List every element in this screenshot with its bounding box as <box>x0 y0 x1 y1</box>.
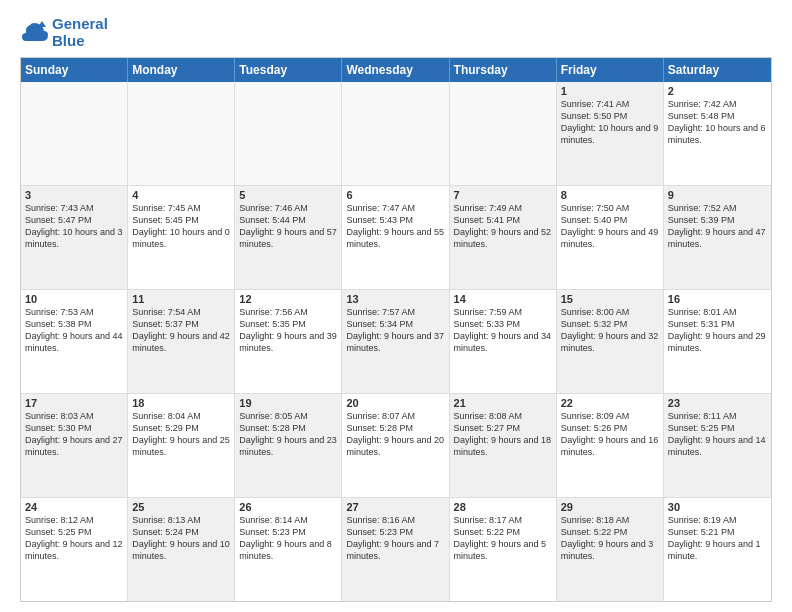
day-info: Sunrise: 8:04 AM Sunset: 5:29 PM Dayligh… <box>132 410 230 459</box>
day-info: Sunrise: 8:01 AM Sunset: 5:31 PM Dayligh… <box>668 306 767 355</box>
day-info: Sunrise: 7:52 AM Sunset: 5:39 PM Dayligh… <box>668 202 767 251</box>
calendar-row-2: 3Sunrise: 7:43 AM Sunset: 5:47 PM Daylig… <box>21 186 771 290</box>
day-info: Sunrise: 7:46 AM Sunset: 5:44 PM Dayligh… <box>239 202 337 251</box>
day-number: 28 <box>454 501 552 513</box>
day-info: Sunrise: 8:09 AM Sunset: 5:26 PM Dayligh… <box>561 410 659 459</box>
day-cell-30: 30Sunrise: 8:19 AM Sunset: 5:21 PM Dayli… <box>664 498 771 601</box>
day-number: 20 <box>346 397 444 409</box>
day-info: Sunrise: 7:54 AM Sunset: 5:37 PM Dayligh… <box>132 306 230 355</box>
day-number: 10 <box>25 293 123 305</box>
header-day-monday: Monday <box>128 58 235 82</box>
day-cell-28: 28Sunrise: 8:17 AM Sunset: 5:22 PM Dayli… <box>450 498 557 601</box>
day-info: Sunrise: 7:50 AM Sunset: 5:40 PM Dayligh… <box>561 202 659 251</box>
day-number: 17 <box>25 397 123 409</box>
logo: General Blue <box>20 16 108 49</box>
day-info: Sunrise: 8:14 AM Sunset: 5:23 PM Dayligh… <box>239 514 337 563</box>
day-number: 2 <box>668 85 767 97</box>
day-info: Sunrise: 8:19 AM Sunset: 5:21 PM Dayligh… <box>668 514 767 563</box>
day-cell-29: 29Sunrise: 8:18 AM Sunset: 5:22 PM Dayli… <box>557 498 664 601</box>
day-cell-16: 16Sunrise: 8:01 AM Sunset: 5:31 PM Dayli… <box>664 290 771 393</box>
calendar-row-3: 10Sunrise: 7:53 AM Sunset: 5:38 PM Dayli… <box>21 290 771 394</box>
day-cell-4: 4Sunrise: 7:45 AM Sunset: 5:45 PM Daylig… <box>128 186 235 289</box>
day-info: Sunrise: 7:45 AM Sunset: 5:45 PM Dayligh… <box>132 202 230 251</box>
day-info: Sunrise: 7:47 AM Sunset: 5:43 PM Dayligh… <box>346 202 444 251</box>
day-info: Sunrise: 7:49 AM Sunset: 5:41 PM Dayligh… <box>454 202 552 251</box>
day-cell-9: 9Sunrise: 7:52 AM Sunset: 5:39 PM Daylig… <box>664 186 771 289</box>
day-info: Sunrise: 8:05 AM Sunset: 5:28 PM Dayligh… <box>239 410 337 459</box>
day-cell-24: 24Sunrise: 8:12 AM Sunset: 5:25 PM Dayli… <box>21 498 128 601</box>
day-info: Sunrise: 7:41 AM Sunset: 5:50 PM Dayligh… <box>561 98 659 147</box>
day-number: 11 <box>132 293 230 305</box>
day-number: 3 <box>25 189 123 201</box>
day-info: Sunrise: 8:17 AM Sunset: 5:22 PM Dayligh… <box>454 514 552 563</box>
day-number: 29 <box>561 501 659 513</box>
day-cell-2: 2Sunrise: 7:42 AM Sunset: 5:48 PM Daylig… <box>664 82 771 185</box>
empty-cell-r0c0 <box>21 82 128 185</box>
header-day-wednesday: Wednesday <box>342 58 449 82</box>
day-cell-7: 7Sunrise: 7:49 AM Sunset: 5:41 PM Daylig… <box>450 186 557 289</box>
page: General Blue SundayMondayTuesdayWednesda… <box>0 0 792 612</box>
calendar-row-5: 24Sunrise: 8:12 AM Sunset: 5:25 PM Dayli… <box>21 498 771 601</box>
header-day-saturday: Saturday <box>664 58 771 82</box>
header-day-friday: Friday <box>557 58 664 82</box>
logo-text: General Blue <box>52 16 108 49</box>
day-number: 19 <box>239 397 337 409</box>
day-info: Sunrise: 8:08 AM Sunset: 5:27 PM Dayligh… <box>454 410 552 459</box>
day-cell-14: 14Sunrise: 7:59 AM Sunset: 5:33 PM Dayli… <box>450 290 557 393</box>
day-info: Sunrise: 7:43 AM Sunset: 5:47 PM Dayligh… <box>25 202 123 251</box>
calendar: SundayMondayTuesdayWednesdayThursdayFrid… <box>20 57 772 602</box>
day-cell-21: 21Sunrise: 8:08 AM Sunset: 5:27 PM Dayli… <box>450 394 557 497</box>
day-cell-15: 15Sunrise: 8:00 AM Sunset: 5:32 PM Dayli… <box>557 290 664 393</box>
day-number: 8 <box>561 189 659 201</box>
day-info: Sunrise: 7:57 AM Sunset: 5:34 PM Dayligh… <box>346 306 444 355</box>
day-cell-1: 1Sunrise: 7:41 AM Sunset: 5:50 PM Daylig… <box>557 82 664 185</box>
day-info: Sunrise: 8:12 AM Sunset: 5:25 PM Dayligh… <box>25 514 123 563</box>
day-number: 27 <box>346 501 444 513</box>
day-number: 22 <box>561 397 659 409</box>
day-cell-17: 17Sunrise: 8:03 AM Sunset: 5:30 PM Dayli… <box>21 394 128 497</box>
calendar-header: SundayMondayTuesdayWednesdayThursdayFrid… <box>21 58 771 82</box>
day-cell-10: 10Sunrise: 7:53 AM Sunset: 5:38 PM Dayli… <box>21 290 128 393</box>
logo-icon <box>20 19 48 47</box>
day-number: 5 <box>239 189 337 201</box>
day-info: Sunrise: 8:07 AM Sunset: 5:28 PM Dayligh… <box>346 410 444 459</box>
day-number: 24 <box>25 501 123 513</box>
day-number: 9 <box>668 189 767 201</box>
day-cell-6: 6Sunrise: 7:47 AM Sunset: 5:43 PM Daylig… <box>342 186 449 289</box>
day-cell-26: 26Sunrise: 8:14 AM Sunset: 5:23 PM Dayli… <box>235 498 342 601</box>
day-cell-12: 12Sunrise: 7:56 AM Sunset: 5:35 PM Dayli… <box>235 290 342 393</box>
day-cell-3: 3Sunrise: 7:43 AM Sunset: 5:47 PM Daylig… <box>21 186 128 289</box>
empty-cell-r0c4 <box>450 82 557 185</box>
day-info: Sunrise: 8:13 AM Sunset: 5:24 PM Dayligh… <box>132 514 230 563</box>
day-number: 7 <box>454 189 552 201</box>
day-number: 23 <box>668 397 767 409</box>
day-number: 30 <box>668 501 767 513</box>
header-day-thursday: Thursday <box>450 58 557 82</box>
day-cell-19: 19Sunrise: 8:05 AM Sunset: 5:28 PM Dayli… <box>235 394 342 497</box>
day-number: 16 <box>668 293 767 305</box>
day-info: Sunrise: 8:11 AM Sunset: 5:25 PM Dayligh… <box>668 410 767 459</box>
empty-cell-r0c2 <box>235 82 342 185</box>
day-cell-8: 8Sunrise: 7:50 AM Sunset: 5:40 PM Daylig… <box>557 186 664 289</box>
calendar-row-1: 1Sunrise: 7:41 AM Sunset: 5:50 PM Daylig… <box>21 82 771 186</box>
day-info: Sunrise: 8:00 AM Sunset: 5:32 PM Dayligh… <box>561 306 659 355</box>
day-cell-13: 13Sunrise: 7:57 AM Sunset: 5:34 PM Dayli… <box>342 290 449 393</box>
calendar-row-4: 17Sunrise: 8:03 AM Sunset: 5:30 PM Dayli… <box>21 394 771 498</box>
day-number: 25 <box>132 501 230 513</box>
day-number: 4 <box>132 189 230 201</box>
day-cell-22: 22Sunrise: 8:09 AM Sunset: 5:26 PM Dayli… <box>557 394 664 497</box>
day-info: Sunrise: 8:18 AM Sunset: 5:22 PM Dayligh… <box>561 514 659 563</box>
day-cell-11: 11Sunrise: 7:54 AM Sunset: 5:37 PM Dayli… <box>128 290 235 393</box>
day-cell-23: 23Sunrise: 8:11 AM Sunset: 5:25 PM Dayli… <box>664 394 771 497</box>
day-number: 15 <box>561 293 659 305</box>
day-number: 26 <box>239 501 337 513</box>
day-cell-25: 25Sunrise: 8:13 AM Sunset: 5:24 PM Dayli… <box>128 498 235 601</box>
day-info: Sunrise: 7:59 AM Sunset: 5:33 PM Dayligh… <box>454 306 552 355</box>
svg-marker-0 <box>38 21 46 27</box>
day-number: 6 <box>346 189 444 201</box>
empty-cell-r0c3 <box>342 82 449 185</box>
day-cell-5: 5Sunrise: 7:46 AM Sunset: 5:44 PM Daylig… <box>235 186 342 289</box>
day-number: 18 <box>132 397 230 409</box>
day-info: Sunrise: 8:03 AM Sunset: 5:30 PM Dayligh… <box>25 410 123 459</box>
header: General Blue <box>20 16 772 49</box>
